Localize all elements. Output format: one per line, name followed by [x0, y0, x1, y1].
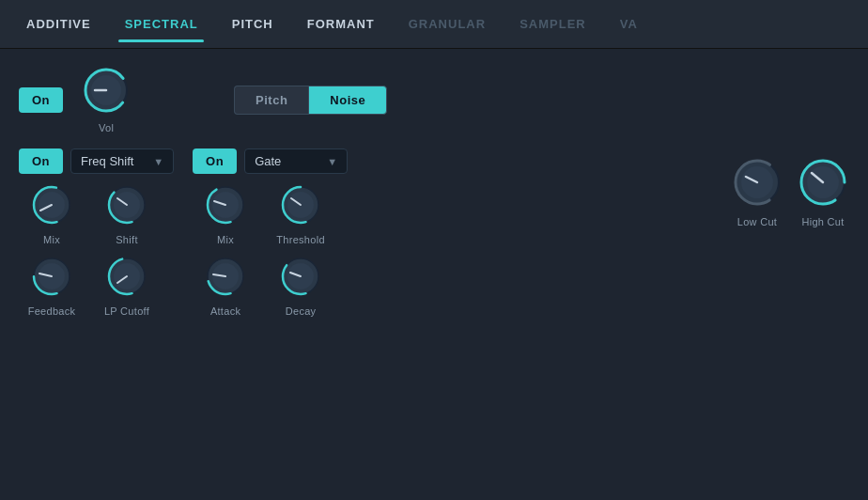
- highcut-label: High Cut: [801, 216, 844, 227]
- tab-bar: ADDITIVE SPECTRAL PITCH FORMANT GRANULAR…: [0, 0, 868, 49]
- main-content: On Vol Pitch Noise On Fre: [0, 49, 868, 500]
- freqshift-lpcutoff-knob[interactable]: [105, 255, 148, 298]
- tab-spectral[interactable]: SPECTRAL: [108, 9, 215, 39]
- freqshift-knob-grid: Mix Shift: [19, 183, 174, 317]
- freqshift-section: On Freq Shift ▼ Mix: [19, 148, 174, 317]
- freqshift-mix-knob[interactable]: [30, 183, 73, 227]
- freqshift-mix-label: Mix: [43, 234, 60, 245]
- gate-threshold-wrap: Threshold: [276, 183, 325, 245]
- gate-on-button[interactable]: On: [193, 148, 237, 174]
- freqshift-lpcutoff-wrap: LP Cutoff: [104, 255, 149, 317]
- highcut-knob[interactable]: [797, 156, 849, 209]
- freqshift-shift-wrap: Shift: [105, 183, 148, 245]
- gate-attack-wrap: Attack: [204, 255, 247, 317]
- freqshift-feedback-knob[interactable]: [30, 255, 73, 298]
- gate-threshold-label: Threshold: [276, 234, 325, 245]
- gate-dropdown[interactable]: Gate ▼: [244, 148, 348, 174]
- row1: On Vol Pitch Noise: [19, 66, 849, 133]
- freqshift-dropdown-arrow: ▼: [153, 156, 163, 167]
- freqshift-header: On Freq Shift ▼: [19, 148, 174, 174]
- noise-button[interactable]: Noise: [308, 86, 387, 115]
- freqshift-dropdown-label: Freq Shift: [81, 154, 147, 168]
- freqshift-lpcutoff-label: LP Cutoff: [104, 305, 149, 317]
- vol-knob[interactable]: [82, 66, 131, 115]
- gate-mix-wrap: Mix: [204, 183, 247, 245]
- tab-sampler[interactable]: SAMPLER: [503, 9, 603, 39]
- vol-label: Vol: [99, 122, 114, 133]
- tab-va[interactable]: VA: [603, 9, 655, 39]
- gate-section: On Gate ▼ Mix: [193, 148, 348, 317]
- gate-decay-knob[interactable]: [279, 255, 322, 298]
- filter-section: Low Cut High Cut: [731, 156, 849, 227]
- freqshift-dropdown[interactable]: Freq Shift ▼: [70, 148, 174, 174]
- tab-formant[interactable]: FORMANT: [290, 9, 392, 39]
- vol-knob-wrap: Vol: [82, 66, 131, 133]
- tab-pitch[interactable]: PITCH: [215, 9, 290, 39]
- freqshift-shift-label: Shift: [116, 234, 138, 245]
- lowcut-label: Low Cut: [737, 216, 777, 227]
- gate-knob-grid: Mix Threshold: [193, 183, 348, 317]
- gate-dropdown-label: Gate: [255, 154, 321, 168]
- gate-mix-label: Mix: [217, 234, 234, 245]
- filter-knobs-row: Low Cut High Cut: [731, 156, 849, 227]
- tab-granular[interactable]: GRANULAR: [392, 9, 503, 39]
- freqshift-shift-knob[interactable]: [105, 183, 148, 227]
- vol-on-button[interactable]: On: [19, 87, 63, 113]
- freqshift-feedback-label: Feedback: [28, 305, 76, 317]
- row2: On Freq Shift ▼ Mix: [19, 148, 849, 317]
- gate-mix-knob[interactable]: [204, 183, 247, 227]
- lowcut-knob[interactable]: [731, 156, 783, 209]
- gate-decay-wrap: Decay: [279, 255, 322, 317]
- gate-header: On Gate ▼: [193, 148, 348, 174]
- pitch-button[interactable]: Pitch: [234, 86, 308, 115]
- gate-attack-knob[interactable]: [204, 255, 247, 298]
- gate-decay-label: Decay: [286, 305, 317, 317]
- tab-additive[interactable]: ADDITIVE: [9, 9, 108, 39]
- lowcut-wrap: Low Cut: [731, 156, 783, 227]
- gate-attack-label: Attack: [210, 305, 240, 317]
- freqshift-mix-wrap: Mix: [30, 183, 73, 245]
- pitch-noise-segment: Pitch Noise: [234, 86, 387, 115]
- freqshift-on-button[interactable]: On: [19, 148, 63, 174]
- gate-dropdown-arrow: ▼: [327, 156, 337, 167]
- gate-threshold-knob[interactable]: [279, 183, 322, 227]
- highcut-wrap: High Cut: [797, 156, 849, 227]
- freqshift-feedback-wrap: Feedback: [28, 255, 76, 317]
